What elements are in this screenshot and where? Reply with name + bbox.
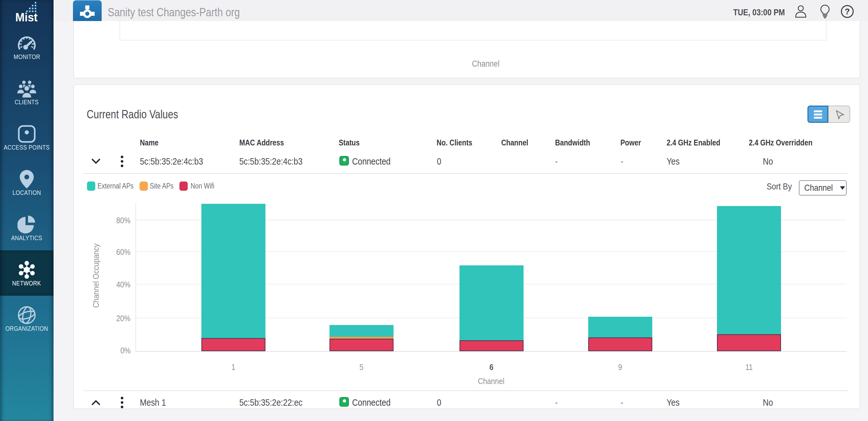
svg-text:?: ? [845,7,850,16]
svg-text:Mist: Mist [15,11,38,23]
